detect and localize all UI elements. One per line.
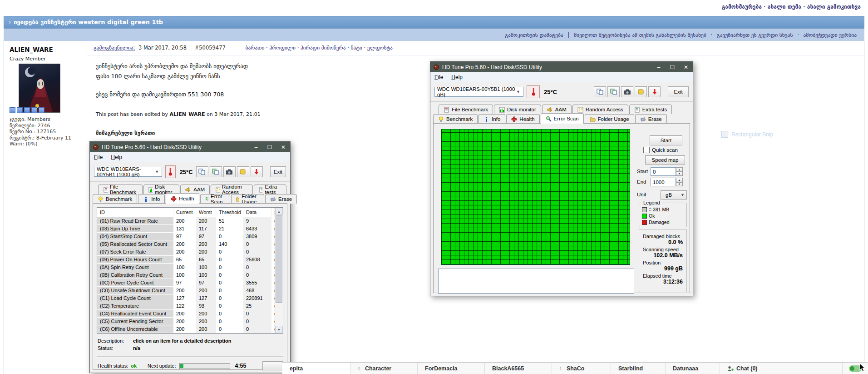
- drive-select[interactable]: WDC WD10EARS-00Y5B1 (1000 gB) ▼: [94, 167, 162, 177]
- tab-disk-monitor[interactable]: Disk monitor: [494, 105, 541, 114]
- topic-actions-links[interactable]: გამოხმაურება · ახალი თემა · ახალი გამოკი…: [722, 4, 861, 10]
- partially-hidden-button[interactable]: [262, 361, 283, 370]
- scroll-down-icon[interactable]: ▼: [275, 326, 283, 333]
- copy-text-button[interactable]: [196, 166, 208, 177]
- minimize-button[interactable]: –: [249, 142, 263, 152]
- drive-select[interactable]: WDC WD10EARS-00Y5B1 (1000 gB) ▼: [434, 87, 523, 97]
- table-scrollbar[interactable]: ▲ ▼: [275, 208, 283, 333]
- save-button[interactable]: [251, 166, 263, 177]
- avatar[interactable]: [19, 64, 60, 113]
- tab-erase[interactable]: Erase: [635, 114, 667, 124]
- tab-disk-monitor[interactable]: Disk monitor: [143, 185, 179, 194]
- save-button[interactable]: [648, 86, 661, 97]
- chat-main-tab[interactable]: Chat (0): [720, 363, 843, 374]
- end-spinner[interactable]: ▲▼: [676, 178, 683, 186]
- topic-title[interactable]: იყიდება ვინჩესტერი western digital green…: [14, 19, 163, 25]
- exit-button[interactable]: Exit: [668, 86, 689, 97]
- tab-file-benchmark[interactable]: File Benchmark: [98, 185, 143, 194]
- tab-random-access[interactable]: Random Access: [572, 105, 628, 114]
- close-button[interactable]: ✕: [276, 142, 290, 152]
- smart-attribute-row[interactable]: (0B) Calibration Retry Count 100 100 0 0…: [97, 271, 275, 279]
- smart-attribute-row[interactable]: (C0) Unsafe Shutdown Count 200 200 0 468…: [97, 287, 275, 294]
- tab-aam[interactable]: AAM: [180, 185, 210, 194]
- menu-help[interactable]: Help: [111, 154, 122, 160]
- scrollbar-thumb[interactable]: [276, 215, 282, 303]
- maximize-button[interactable]: ☐: [263, 142, 276, 152]
- author-username[interactable]: ALIEN_WARE: [10, 46, 53, 53]
- temperature-button[interactable]: [527, 85, 540, 98]
- subscribe-link[interactable]: მივიღოთ შეტყობინება ამ თემის განახლების …: [574, 32, 706, 38]
- share-link[interactable]: გავუზიარნეთ ეს გვერდი სხვას: [717, 32, 793, 38]
- post-number[interactable]: #50059477: [195, 45, 226, 51]
- tab-health[interactable]: Health: [506, 114, 539, 124]
- close-button[interactable]: ✕: [679, 62, 693, 72]
- quick-scan-checkbox[interactable]: [643, 147, 650, 153]
- smart-attribute-row[interactable]: (C1) Load Cycle Count 127 127 0 220891 o…: [97, 294, 275, 302]
- chat-tab-starblind[interactable]: Starblind: [611, 363, 666, 374]
- start-scan-button[interactable]: Start: [650, 135, 682, 145]
- smart-attribute-row[interactable]: (09) Power On Hours Count 65 65 0 25608 …: [97, 256, 275, 264]
- smart-attribute-row[interactable]: (C5) Current Pending Sector 200 200 0 0 …: [97, 318, 275, 325]
- tab-folder-usage[interactable]: Folder Usage: [585, 114, 634, 124]
- tab-file-benchmark[interactable]: File Benchmark: [439, 105, 493, 114]
- scroll-up-icon[interactable]: ▲: [275, 208, 283, 215]
- tab-aam[interactable]: AAM: [542, 105, 572, 114]
- minimize-button[interactable]: –: [652, 62, 666, 72]
- menu-file[interactable]: File: [434, 74, 443, 80]
- start-position-input[interactable]: [651, 167, 676, 176]
- screenshot-button[interactable]: [621, 86, 633, 97]
- temperature-button[interactable]: [165, 165, 175, 178]
- chat-tab-blacka6565[interactable]: BlackA6565: [485, 363, 552, 374]
- posted-link[interactable]: გამოგზავნილია:: [94, 45, 135, 51]
- copy-text-button[interactable]: [594, 86, 606, 97]
- add-poll-link[interactable]: გამოკითხვის დამატება: [505, 32, 563, 38]
- copy-image-button[interactable]: [607, 86, 620, 97]
- print-version-link[interactable]: ამობეჭდვადი ვერსია: [803, 32, 857, 38]
- smart-attribute-row[interactable]: (C2) Temperature 122 93 0 25 ok: [97, 302, 275, 310]
- tab-info[interactable]: Info: [138, 194, 165, 204]
- screenshot-button[interactable]: [223, 166, 236, 177]
- tab-folder-usage[interactable]: Folder Usage: [231, 194, 264, 204]
- tab-benchmark[interactable]: Benchmark: [433, 114, 478, 124]
- tab-error-scan[interactable]: Error Scan: [200, 194, 230, 204]
- maximize-button[interactable]: ☐: [666, 62, 679, 72]
- color-options-button[interactable]: [635, 86, 647, 97]
- tab-extra-tests[interactable]: Extra tests: [629, 105, 672, 114]
- quick-scan-option[interactable]: Quick scan: [643, 147, 678, 153]
- chat-tab-epita[interactable]: epita: [282, 363, 350, 374]
- window-titlebar[interactable]: HD Tune Pro 5.60 - Hard Disk/SSD Utility…: [90, 142, 290, 152]
- lightbulb-icon: [98, 196, 104, 202]
- window-titlebar[interactable]: HD Tune Pro 5.60 - Hard Disk/SSD Utility…: [430, 62, 693, 72]
- chat-tab-character[interactable]: ☾Character: [350, 363, 418, 374]
- exit-button[interactable]: Exit: [270, 166, 286, 177]
- tab-extra-tests[interactable]: Extra tests: [254, 185, 286, 194]
- menu-help[interactable]: Help: [451, 74, 463, 80]
- end-position-input[interactable]: [651, 178, 676, 186]
- tab-error-scan[interactable]: Error Scan: [541, 113, 584, 124]
- chat-tab-fordemacia[interactable]: ForDemacia: [418, 363, 485, 374]
- away-moon-icon: ☾: [559, 366, 564, 372]
- tab-random-access[interactable]: Random Access: [211, 185, 252, 194]
- tab-info[interactable]: Info: [478, 114, 505, 124]
- smart-attribute-row[interactable]: (05) Reallocated Sector Count 200 200 14…: [97, 240, 275, 248]
- chat-tab-shaco[interactable]: ☾ShaCo: [552, 363, 611, 374]
- start-spinner[interactable]: ▲▼: [676, 167, 683, 176]
- smart-attribute-row[interactable]: (03) Spin Up Time 131 117 21 6433 ok: [97, 225, 275, 233]
- tab-benchmark[interactable]: Benchmark: [93, 194, 137, 204]
- smart-attribute-row[interactable]: (01) Raw Read Error Rate 200 200 51 9 ok: [97, 217, 275, 225]
- unit-select[interactable]: gB ▼: [661, 190, 687, 199]
- user-action-links[interactable]: ბარათი · პროფილი · პირადი მიმოწერა · ჩატ…: [245, 45, 392, 51]
- speed-map-button[interactable]: Speed map: [645, 155, 685, 165]
- menu-file[interactable]: File: [94, 154, 103, 160]
- smart-attribute-row[interactable]: (0C) Power Cycle Count 97 97 0 3555 ok: [97, 279, 275, 287]
- smart-attribute-row[interactable]: (04) Start/Stop Count 97 97 0 3809 ok: [97, 233, 275, 240]
- chat-tab-datunaaa[interactable]: Datunaaa: [666, 363, 720, 374]
- tab-erase[interactable]: Erase: [265, 194, 297, 204]
- smart-attribute-row[interactable]: (07) Seek Error Rate 200 200 0 0 ok: [97, 248, 275, 256]
- copy-image-button[interactable]: [210, 166, 222, 177]
- smart-attribute-row[interactable]: (C6) Offline Uncorrectable 200 200 0 0 o…: [97, 325, 275, 333]
- smart-attribute-row[interactable]: (0A) Spin Retry Count 100 100 0 0 ok: [97, 264, 275, 271]
- tab-health[interactable]: Health: [166, 193, 199, 204]
- smart-attribute-row[interactable]: (C4) Reallocated Event Count 200 200 0 0…: [97, 310, 275, 318]
- color-options-button[interactable]: [237, 166, 249, 177]
